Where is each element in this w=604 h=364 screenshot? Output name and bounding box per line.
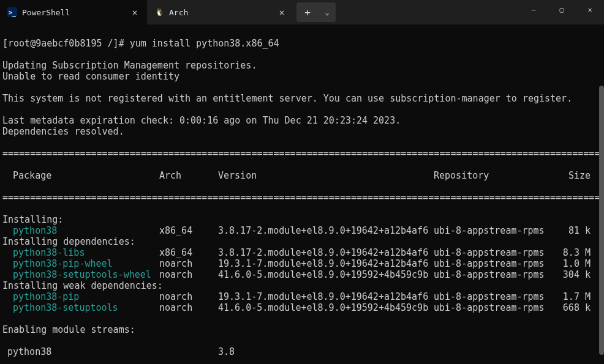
package-size: 8.3 M <box>556 247 594 258</box>
package-repo: ubi-8-appstream-rpms <box>434 258 556 269</box>
terminal-viewport[interactable]: [root@9aebcf0b8195 /]# yum install pytho… <box>0 24 604 364</box>
section-title: Installing dependencies: <box>2 236 603 247</box>
minimize-button[interactable]: — <box>519 0 548 20</box>
package-size: 81 k <box>556 225 594 236</box>
table-header: PackageArchVersionRepositorySize <box>2 170 603 181</box>
output-line <box>2 104 603 115</box>
package-row: python38-pip-wheelnoarch19.3.1-7.module+… <box>2 258 603 269</box>
scrollbar-thumb[interactable] <box>599 86 604 355</box>
package-arch: noarch <box>159 269 218 280</box>
linux-icon: 🐧 <box>154 7 164 17</box>
col-version: Version <box>218 170 434 181</box>
package-size: 304 k <box>556 269 594 280</box>
module-stream-row: python383.8 <box>2 346 603 357</box>
package-version: 3.8.17-2.module+el8.9.0+19642+a12b4af6 <box>218 247 434 258</box>
output-line: Dependencies resolved. <box>2 126 603 137</box>
package-name: python38-setuptools <box>13 302 118 313</box>
package-version: 19.3.1-7.module+el8.9.0+19642+a12b4af6 <box>218 258 434 269</box>
output-line <box>2 82 603 93</box>
col-arch: Arch <box>159 170 218 181</box>
package-version: 41.6.0-5.module+el8.9.0+19592+4b459c9b <box>218 269 434 280</box>
package-row: python38-setuptools-wheelnoarch41.6.0-5.… <box>2 269 603 280</box>
title-bar: >_ PowerShell ✕ 🐧 Arch ✕ + ⌄ — ▢ ✕ <box>0 0 604 24</box>
package-name: python38 <box>13 225 57 236</box>
package-row: python38-pipnoarch19.3.1-7.module+el8.9.… <box>2 291 603 302</box>
rule-line: ========================================… <box>2 192 603 203</box>
rule-line: ========================================… <box>2 148 603 159</box>
tab-dropdown-button[interactable]: ⌄ <box>319 2 336 22</box>
output-line: Unable to read consumer identity <box>2 71 603 82</box>
output-line: This system is not registered with an en… <box>2 93 603 104</box>
output-line: Updating Subscription Management reposit… <box>2 60 603 71</box>
prompt-host: [root@9aebcf0b8195 /]# <box>2 38 124 49</box>
powershell-icon: >_ <box>7 7 17 17</box>
package-arch: x86_64 <box>159 247 218 258</box>
package-size: 1.7 M <box>556 291 594 302</box>
package-repo: ubi-8-appstream-rpms <box>434 269 556 280</box>
package-version: 41.6.0-5.module+el8.9.0+19592+4b459c9b <box>218 302 434 313</box>
package-row: python38-libsx86_643.8.17-2.module+el8.9… <box>2 247 603 258</box>
package-size: 1.0 M <box>556 258 594 269</box>
package-name: python38-libs <box>13 247 85 258</box>
package-repo: ubi-8-appstream-rpms <box>434 225 556 236</box>
prompt-line: [root@9aebcf0b8195 /]# yum install pytho… <box>2 38 603 49</box>
new-tab-button[interactable]: + <box>296 2 319 22</box>
close-icon[interactable]: ✕ <box>276 6 288 18</box>
col-size: Size <box>556 170 594 181</box>
preamble-block: Updating Subscription Management reposit… <box>2 60 603 137</box>
package-version: 3.8.17-2.module+el8.9.0+19642+a12b4af6 <box>218 225 434 236</box>
col-package: Package <box>2 170 159 181</box>
package-row: python38x86_643.8.17-2.module+el8.9.0+19… <box>2 225 603 236</box>
package-version: 19.3.1-7.module+el8.9.0+19642+a12b4af6 <box>218 291 434 302</box>
close-button[interactable]: ✕ <box>576 0 604 20</box>
stream-version: 3.8 <box>218 346 434 357</box>
package-arch: x86_64 <box>159 225 218 236</box>
close-icon[interactable]: ✕ <box>129 6 141 18</box>
col-repo: Repository <box>434 170 556 181</box>
section-title: Installing: <box>2 214 603 225</box>
command-text: yum install python38.x86_64 <box>130 38 279 49</box>
new-tab-group: + ⌄ <box>294 0 336 24</box>
titlebar-drag-region[interactable] <box>336 0 519 24</box>
tab-title: PowerShell <box>22 8 129 17</box>
package-repo: ubi-8-appstream-rpms <box>434 302 556 313</box>
window-controls: — ▢ ✕ <box>519 0 604 24</box>
tab-strip: >_ PowerShell ✕ 🐧 Arch ✕ <box>0 0 294 24</box>
package-sections: Installing: python38x86_643.8.17-2.modul… <box>2 214 603 313</box>
tab-title: Arch <box>169 8 276 17</box>
package-arch: noarch <box>159 258 218 269</box>
maximize-button[interactable]: ▢ <box>548 0 576 20</box>
package-repo: ubi-8-appstream-rpms <box>434 291 556 302</box>
stream-name: python38 <box>2 346 159 357</box>
package-size: 668 k <box>556 302 594 313</box>
section-title: Installing weak dependencies: <box>2 280 603 291</box>
tab-arch[interactable]: 🐧 Arch ✕ <box>147 0 294 24</box>
module-stream-title: Enabling module streams: <box>2 324 603 335</box>
package-row: python38-setuptoolsnoarch41.6.0-5.module… <box>2 302 603 313</box>
package-arch: noarch <box>159 302 218 313</box>
package-name: python38-setuptools-wheel <box>13 269 151 280</box>
package-repo: ubi-8-appstream-rpms <box>434 247 556 258</box>
tab-powershell[interactable]: >_ PowerShell ✕ <box>0 0 147 24</box>
output-line: Last metadata expiration check: 0:00:16 … <box>2 115 603 126</box>
package-name: python38-pip-wheel <box>13 258 113 269</box>
package-arch: noarch <box>159 291 218 302</box>
package-name: python38-pip <box>13 291 79 302</box>
